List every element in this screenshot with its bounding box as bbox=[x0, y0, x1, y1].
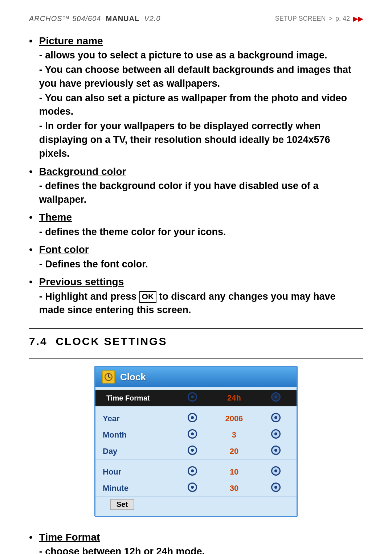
header-page-info: SETUP SCREEN > p. 42 ▶▶ bbox=[275, 15, 363, 23]
next-arrow-icon: ▶▶ bbox=[353, 15, 363, 23]
ok-key-icon: OK bbox=[139, 291, 156, 303]
hour-value: 10 bbox=[205, 467, 262, 477]
page-header: ARCHOS™ 504/604 MANUAL V2.0 SETUP SCREEN… bbox=[29, 15, 363, 23]
minute-right-arrow-icon bbox=[271, 483, 281, 492]
year-right-arrow-icon bbox=[271, 413, 281, 422]
hour-left-arrow-icon bbox=[188, 466, 197, 476]
theme-title: Theme bbox=[39, 210, 363, 224]
background-color-desc: - defines the background color if you ha… bbox=[39, 179, 363, 207]
section-divider bbox=[29, 328, 363, 329]
clock-header: Clock bbox=[95, 367, 297, 387]
month-value: 3 bbox=[205, 430, 262, 440]
section-divider-bottom bbox=[29, 358, 363, 359]
time-format-value: 24h bbox=[205, 393, 262, 403]
hour-right-arrow-icon bbox=[271, 466, 281, 476]
clock-ui-mockup: Clock Time Format 24h Year 2006 Month bbox=[94, 366, 298, 517]
list-item: • Font color - Defines the font color. bbox=[29, 242, 363, 271]
minute-value: 30 bbox=[205, 484, 262, 493]
list-item: • Previous settings - Highlight and pres… bbox=[29, 275, 363, 317]
left-arrow-icon bbox=[188, 392, 197, 402]
list-item: • Theme - defines the theme color for yo… bbox=[29, 210, 363, 239]
clock-row-hour: Hour 10 bbox=[95, 464, 297, 480]
header-brand: ARCHOS™ 504/604 MANUAL V2.0 bbox=[29, 15, 161, 23]
background-color-title: Background color bbox=[39, 164, 363, 178]
picture-name-desc1: - allows you to select a picture to use … bbox=[39, 49, 363, 62]
previous-settings-desc: - Highlight and press OK to discard any … bbox=[39, 290, 363, 317]
clock-row-day: Day 20 bbox=[95, 443, 297, 460]
top-bullet-list: • Picture name - allows you to select a … bbox=[29, 34, 363, 317]
list-item: • Background color - defines the backgro… bbox=[29, 164, 363, 207]
font-color-desc: - Defines the font color. bbox=[39, 258, 363, 271]
clock-row-month: Month 3 bbox=[95, 427, 297, 443]
picture-name-title: Picture name bbox=[39, 34, 363, 48]
clock-icon bbox=[102, 370, 115, 383]
clock-bullet-list: • Time Format - choose between 12h or 24… bbox=[29, 530, 363, 554]
font-color-title: Font color bbox=[39, 242, 363, 257]
time-format-clock-desc: - choose between 12h or 24h mode. bbox=[39, 545, 363, 554]
year-left-arrow-icon bbox=[188, 413, 197, 422]
clock-title: Clock bbox=[120, 372, 146, 383]
year-value: 2006 bbox=[205, 414, 262, 423]
picture-name-desc3: - You can also set a picture as wallpape… bbox=[39, 91, 363, 119]
picture-name-desc4: - In order for your wallpapers to be dis… bbox=[39, 119, 363, 160]
clock-set-row: Set bbox=[95, 497, 297, 512]
day-right-arrow-icon bbox=[271, 446, 281, 455]
picture-name-desc2: - You can choose between all default bac… bbox=[39, 63, 363, 91]
spacer bbox=[95, 406, 297, 411]
list-item: • Picture name - allows you to select a … bbox=[29, 34, 363, 161]
time-format-label: Time Format bbox=[103, 393, 154, 403]
page-content: ARCHOS™ 504/604 MANUAL V2.0 SETUP SCREEN… bbox=[0, 0, 392, 554]
clock-row-minute: Minute 30 bbox=[95, 480, 297, 497]
section-title: 7.4 CLOCK SETTINGS bbox=[29, 335, 363, 348]
set-button[interactable]: Set bbox=[110, 499, 134, 510]
list-item: • Time Format - choose between 12h or 24… bbox=[29, 530, 363, 554]
clock-row-year: Year 2006 bbox=[95, 411, 297, 427]
time-format-title: Time Format bbox=[39, 530, 363, 544]
day-value: 20 bbox=[205, 447, 262, 456]
clock-row-time-format: Time Format 24h bbox=[95, 390, 297, 406]
clock-body: Time Format 24h Year 2006 Month 3 bbox=[95, 387, 297, 516]
theme-desc: - defines the theme color for your icons… bbox=[39, 225, 363, 239]
minute-left-arrow-icon bbox=[188, 483, 197, 492]
spacer2 bbox=[95, 460, 297, 464]
month-left-arrow-icon bbox=[188, 429, 197, 439]
day-left-arrow-icon bbox=[188, 446, 197, 455]
right-arrow-icon bbox=[271, 392, 281, 402]
month-right-arrow-icon bbox=[271, 429, 281, 439]
previous-settings-title: Previous settings bbox=[39, 275, 363, 289]
